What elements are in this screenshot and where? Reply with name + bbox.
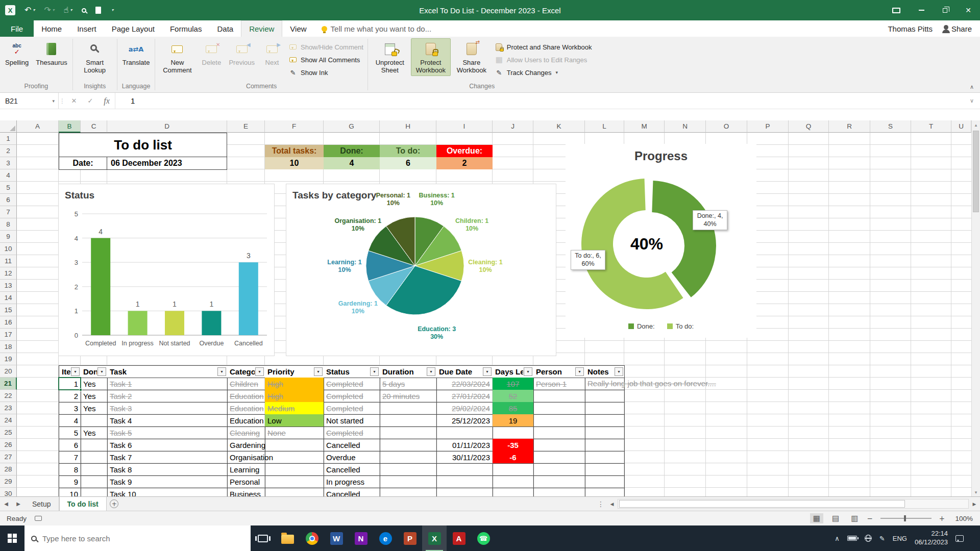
ribbon-display-options-button[interactable] — [892, 8, 900, 13]
summary-label-overdue[interactable]: Overdue: — [436, 145, 493, 157]
table-cell-category-row24[interactable]: Education — [227, 414, 265, 427]
column-header-E[interactable]: E — [227, 120, 265, 133]
table-cell-priority-row30[interactable] — [265, 488, 324, 496]
table-cell-person-row27[interactable] — [533, 451, 585, 464]
table-cell-status-row26[interactable]: Cancelled — [324, 439, 380, 452]
row-header-15[interactable]: 15 — [0, 304, 17, 316]
table-cell-notes-row26[interactable] — [585, 439, 625, 452]
table-cell-item-row25[interactable]: 5 — [59, 427, 81, 439]
table-cell-days-row22[interactable]: 52 — [493, 390, 534, 403]
table-cell-person-row26[interactable] — [533, 439, 585, 452]
previous-comment-button[interactable]: ◀Previous — [226, 38, 258, 68]
table-cell-task-row24[interactable]: Task 4 — [107, 414, 228, 427]
table-cell-due-row27[interactable]: 30/11/2023 — [436, 451, 493, 464]
battery-icon[interactable] — [847, 536, 857, 541]
name-box-dropdown-icon[interactable]: ▾ — [52, 98, 55, 104]
table-cell-priority-row26[interactable] — [265, 439, 324, 452]
column-header-T[interactable]: T — [911, 120, 951, 133]
table-cell-due-row29[interactable] — [436, 475, 493, 488]
table-cell-notes-row24[interactable] — [585, 414, 625, 427]
table-cell-status-row24[interactable]: Not started — [324, 414, 380, 427]
summary-label-done[interactable]: Done: — [324, 145, 380, 157]
summary-value-to-do[interactable]: 6 — [380, 157, 436, 169]
track-changes-button[interactable]: ✎Track Changes▾ — [495, 68, 592, 77]
print-preview-button[interactable] — [82, 8, 86, 13]
table-cell-item-row24[interactable]: 4 — [59, 414, 81, 427]
table-header-status[interactable]: Status▾ — [324, 365, 380, 378]
table-cell-task-row30[interactable]: Task 10 — [107, 488, 228, 496]
taskbar-app-edge[interactable]: e — [373, 525, 398, 551]
column-header-C[interactable]: C — [81, 120, 107, 133]
new-comment-button[interactable]: New Comment — [157, 38, 197, 76]
table-cell-duration-row27[interactable] — [380, 451, 437, 464]
table-cell-status-row23[interactable]: Completed — [324, 402, 380, 415]
undo-button[interactable]: ↶▾ — [24, 6, 35, 14]
table-cell-due-row28[interactable] — [436, 463, 493, 476]
next-comment-button[interactable]: ▶Next — [259, 38, 285, 68]
table-cell-done-row29[interactable] — [81, 475, 108, 488]
table-cell-done-row26[interactable] — [81, 439, 108, 452]
table-cell-done-row27[interactable] — [81, 451, 108, 464]
allow-users-to-edit-ranges-button[interactable]: ▦Allow Users to Edit Ranges — [495, 55, 592, 64]
show-ink-button[interactable]: ✎Show Ink — [288, 68, 363, 77]
delete-comment-button[interactable]: ✕Delete — [198, 38, 225, 68]
table-cell-item-row30[interactable]: 10 — [59, 488, 81, 496]
table-header-done[interactable]: Done▾ — [81, 365, 108, 378]
table-cell-status-row25[interactable]: Completed — [324, 427, 380, 439]
ribbon-tab-home[interactable]: Home — [34, 20, 69, 37]
row-header-11[interactable]: 11 — [0, 255, 17, 267]
table-cell-person-row21[interactable]: Person 1 — [533, 378, 585, 390]
column-header-J[interactable]: J — [493, 120, 533, 133]
table-cell-duration-row30[interactable] — [380, 488, 437, 496]
filter-button-category[interactable]: ▾ — [255, 367, 264, 376]
taskbar-app-word[interactable]: W — [324, 525, 349, 551]
zoom-out-button[interactable]: − — [867, 514, 872, 522]
table-cell-done-row28[interactable] — [81, 463, 108, 476]
table-cell-days-row30[interactable] — [493, 488, 534, 496]
row-header-1[interactable]: 1 — [0, 133, 17, 145]
table-cell-days-row25[interactable] — [493, 427, 534, 439]
table-cell-notes-row25[interactable] — [585, 427, 625, 439]
worksheet-area[interactable]: ABCDEFGHIJKLMNOPQRSTU 123456789101112131… — [0, 120, 971, 496]
table-cell-item-row22[interactable]: 2 — [59, 390, 81, 403]
table-cell-task-row23[interactable]: Task 3 — [107, 402, 228, 415]
table-cell-task-row21[interactable]: Task 1 — [107, 378, 228, 390]
date-label-cell[interactable]: Date: — [59, 157, 107, 170]
smart-lookup-button[interactable]: Smart Lookup — [75, 38, 115, 76]
table-cell-task-row25[interactable]: Task 5 — [107, 427, 228, 439]
column-header-G[interactable]: G — [324, 120, 380, 133]
row-header-21[interactable]: 21 — [0, 378, 17, 390]
protect-workbook-button[interactable]: Protect Workbook — [411, 38, 451, 76]
filter-button-item[interactable]: ▾ — [71, 367, 80, 376]
table-cell-days-row28[interactable] — [493, 463, 534, 476]
row-header-4[interactable]: 4 — [0, 169, 17, 182]
table-cell-category-row25[interactable]: Cleaning — [227, 427, 265, 439]
translate-button[interactable]: a⇄ATranslate — [119, 38, 153, 68]
row-header-12[interactable]: 12 — [0, 267, 17, 280]
tray-chevron-icon[interactable]: ∧ — [835, 535, 840, 542]
table-cell-duration-row25[interactable] — [380, 427, 437, 439]
spelling-button[interactable]: abc✓Spelling — [2, 38, 32, 68]
taskbar-app-chrome[interactable] — [300, 525, 324, 551]
protect-and-share-workbook-button[interactable]: Protect and Share Workbook — [495, 42, 592, 52]
macro-record-button[interactable] — [35, 516, 42, 521]
taskbar-app-excel[interactable]: X — [422, 525, 447, 551]
table-cell-done-row21[interactable]: Yes — [81, 378, 108, 390]
tell-me-box[interactable]: Tell me what you want to do... — [322, 20, 432, 37]
row-header-13[interactable]: 13 — [0, 280, 17, 292]
column-header-M[interactable]: M — [624, 120, 665, 133]
table-cell-item-row21[interactable]: 1 — [59, 378, 81, 390]
sheet-tab-setup[interactable]: Setup — [24, 497, 59, 511]
expand-formula-bar-icon[interactable]: ∨ — [970, 97, 974, 104]
table-header-category[interactable]: Category▾ — [227, 365, 265, 378]
column-header-A[interactable]: A — [17, 120, 59, 133]
row-header-25[interactable]: 25 — [0, 427, 17, 439]
table-cell-task-row22[interactable]: Task 2 — [107, 390, 228, 403]
column-header-B[interactable]: B — [59, 120, 81, 133]
table-cell-notes-row27[interactable] — [585, 451, 625, 464]
filter-button-priority[interactable]: ▾ — [314, 367, 323, 376]
table-cell-duration-row29[interactable] — [380, 475, 437, 488]
table-cell-priority-row23[interactable]: Medium — [265, 402, 324, 415]
row-header-24[interactable]: 24 — [0, 414, 17, 427]
close-button[interactable]: ✕ — [957, 0, 980, 20]
